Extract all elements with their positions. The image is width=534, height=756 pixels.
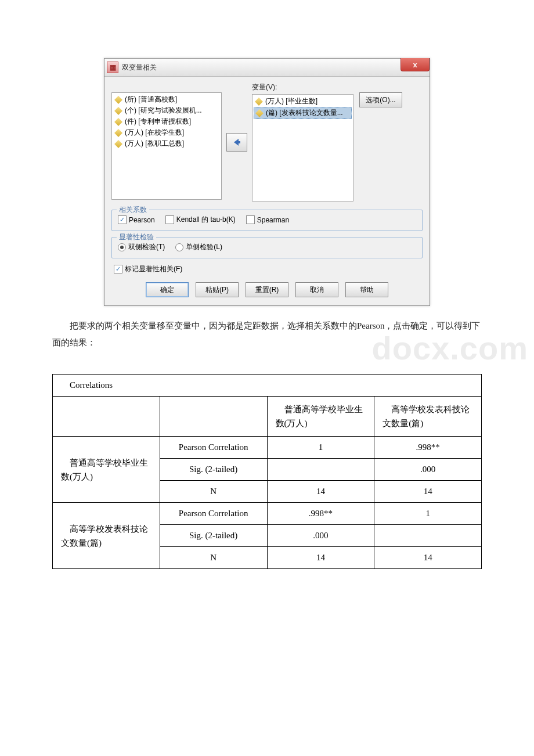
stat-n: N <box>160 481 267 503</box>
flag-option[interactable]: 标记显著性相关(F) <box>114 264 182 274</box>
help-label: 帮助 <box>360 285 374 295</box>
options-label: 选项(O)... <box>366 95 395 105</box>
list-item[interactable]: (件) [专利申请授权数] <box>113 116 220 127</box>
flag-label: 标记显著性相关(F) <box>125 264 182 274</box>
row1-label: 普通高等学校毕业生数(万人) <box>53 437 160 503</box>
available-vars-list[interactable]: (所) [普通高校数] (个) [研究与试验发展机... (件) [专利申请授权… <box>111 92 222 200</box>
selected-vars-list[interactable]: (万人) [毕业生数] (篇) [发表科技论文数量... <box>252 94 353 201</box>
cell-value: 1 <box>267 437 374 459</box>
options-button[interactable]: 选项(O)... <box>359 92 402 107</box>
var-label: (篇) [发表科技论文数量... <box>266 108 343 118</box>
variables-label: 变量(V): <box>252 82 353 92</box>
dialog-titlebar: ▦ 双变量相关 x <box>104 59 430 77</box>
coefficients-legend: 相关系数 <box>117 205 149 215</box>
ruler-icon <box>114 118 122 126</box>
kendall-label: Kendall 的 tau-b(K) <box>176 215 236 225</box>
row2-label: 高等学校发表科技论文数量(篇) <box>53 503 160 569</box>
list-item[interactable]: (万人) [教职工总数] <box>113 138 220 149</box>
two-tailed-label: 双侧检验(T) <box>128 242 165 252</box>
pearson-option[interactable]: Pearson <box>118 215 155 224</box>
table-row: 普通高等学校毕业生数(万人) Pearson Correlation 1 .99… <box>53 437 482 459</box>
blank-label <box>353 82 402 91</box>
app-icon: ▦ <box>107 62 118 73</box>
cell-value: 14 <box>374 481 482 503</box>
available-vars-col: (所) [普通高校数] (个) [研究与试验发展机... (件) [专利申请授权… <box>111 82 222 200</box>
cell-value: .998** <box>267 503 374 525</box>
ruler-icon <box>114 107 122 115</box>
dialog-body: (所) [普通高校数] (个) [研究与试验发展机... (件) [专利申请授权… <box>104 77 430 305</box>
move-left-button[interactable] <box>226 133 247 152</box>
var-label: (件) [专利申请授权数] <box>125 117 191 127</box>
one-tailed-radio[interactable] <box>175 243 183 251</box>
dialog-title: 双变量相关 <box>122 63 157 73</box>
table-row: Correlations <box>53 375 482 397</box>
pearson-label: Pearson <box>129 216 155 224</box>
flag-checkbox[interactable] <box>114 265 122 273</box>
paste-label: 粘贴(P) <box>205 285 229 295</box>
reset-button[interactable]: 重置(R) <box>246 282 288 297</box>
ruler-icon <box>114 129 122 137</box>
table-row: 高等学校发表科技论文数量(篇) Pearson Correlation .998… <box>53 503 482 525</box>
stat-sig: Sig. (2-tailed) <box>160 459 267 481</box>
spearman-option[interactable]: Spearman <box>246 215 289 224</box>
significance-group: 显著性检验 双侧检验(T) 单侧检验(L) <box>111 237 423 258</box>
list-item[interactable]: (所) [普通高校数] <box>113 94 220 105</box>
ok-label: 确定 <box>160 285 174 295</box>
significance-legend: 显著性检验 <box>117 232 156 242</box>
list-item[interactable]: (个) [研究与试验发展机... <box>113 105 220 116</box>
list-item[interactable]: (篇) [发表科技论文数量... <box>254 107 352 119</box>
pearson-checkbox[interactable] <box>118 215 127 224</box>
blank-cell <box>53 397 160 437</box>
table-title: Correlations <box>53 375 482 397</box>
kendall-option[interactable]: Kendall 的 tau-b(K) <box>165 215 236 225</box>
cell-value: .998** <box>374 437 482 459</box>
ruler-icon <box>114 96 122 104</box>
col-header-1: 普通高等学校毕业生数(万人) <box>267 397 374 437</box>
two-tailed-option[interactable]: 双侧检验(T) <box>118 242 165 252</box>
coefficients-group: 相关系数 Pearson Kendall 的 tau-b(K) Spearman <box>111 210 423 231</box>
button-row: 确定 粘贴(P) 重置(R) 取消 帮助 <box>111 282 423 297</box>
var-label: (万人) [毕业生数] <box>265 96 317 106</box>
cancel-button[interactable]: 取消 <box>295 282 338 297</box>
description-paragraph: 把要求的两个相关变量移至变量中，因为都是定距数据，选择相关系数中的Pearson… <box>52 318 482 351</box>
coef-row: Pearson Kendall 的 tau-b(K) Spearman <box>118 215 416 225</box>
cell-value <box>267 459 374 481</box>
stat-pearson: Pearson Correlation <box>160 437 267 459</box>
cell-value: 1 <box>374 503 482 525</box>
close-button[interactable]: x <box>400 58 430 71</box>
row2-text: 高等学校发表科技论文数量(篇) <box>61 524 148 548</box>
spearman-checkbox[interactable] <box>246 215 255 224</box>
help-button[interactable]: 帮助 <box>345 282 388 297</box>
variables-row: (所) [普通高校数] (个) [研究与试验发展机... (件) [专利申请授权… <box>111 82 423 201</box>
kendall-checkbox[interactable] <box>165 215 174 224</box>
list-item[interactable]: (万人) [在校学生数] <box>113 127 220 138</box>
page: ▦ 双变量相关 x (所) [普通高校数] (个) [研究与试验发展机... (… <box>0 0 534 604</box>
side-buttons-col: 选项(O)... <box>353 82 402 107</box>
var-label: (所) [普通高校数] <box>125 95 177 105</box>
cell-value <box>374 525 482 547</box>
arrow-left-icon <box>232 138 241 147</box>
ruler-icon <box>255 98 263 106</box>
ruler-icon <box>255 109 264 117</box>
two-tailed-radio[interactable] <box>118 243 126 251</box>
cell-value: 14 <box>267 547 374 569</box>
sig-row: 双侧检验(T) 单侧检验(L) <box>118 242 416 252</box>
var-label: (万人) [教职工总数] <box>125 139 184 149</box>
blank-cell <box>160 397 267 437</box>
paragraph-wrap: 把要求的两个相关变量移至变量中，因为都是定距数据，选择相关系数中的Pearson… <box>52 318 482 351</box>
one-tailed-option[interactable]: 单侧检验(L) <box>175 242 222 252</box>
col1-text: 普通高等学校毕业生数(万人) <box>276 405 363 428</box>
paste-button[interactable]: 粘贴(P) <box>196 282 239 297</box>
ok-button[interactable]: 确定 <box>146 282 189 297</box>
bivariate-dialog: ▦ 双变量相关 x (所) [普通高校数] (个) [研究与试验发展机... (… <box>104 58 430 306</box>
stat-sig: Sig. (2-tailed) <box>160 525 267 547</box>
flag-row: 标记显著性相关(F) <box>114 264 423 274</box>
stat-pearson: Pearson Correlation <box>160 503 267 525</box>
col2-text: 高等学校发表科技论文数量(篇) <box>383 405 470 428</box>
col-header-2: 高等学校发表科技论文数量(篇) <box>374 397 482 437</box>
transfer-col <box>222 133 252 152</box>
var-label: (个) [研究与试验发展机... <box>125 106 202 116</box>
cell-value: 14 <box>267 481 374 503</box>
list-item[interactable]: (万人) [毕业生数] <box>254 96 352 107</box>
stat-n: N <box>160 547 267 569</box>
